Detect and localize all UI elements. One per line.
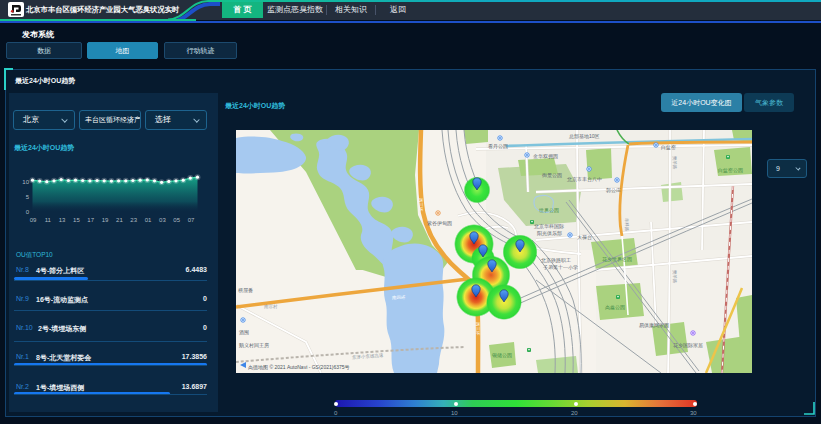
svg-text:阳光俱乐部: 阳光俱乐部 — [537, 230, 562, 237]
svg-text:北京铁路职工: 北京铁路职工 — [541, 257, 571, 264]
svg-text:17: 17 — [87, 217, 94, 223]
svg-text:11: 11 — [45, 217, 52, 223]
svg-text:北京华科国际: 北京华科国际 — [534, 223, 564, 230]
svg-text:樊羊路: 樊羊路 — [672, 270, 677, 284]
svg-text:03: 03 — [159, 217, 166, 223]
svg-text:鹅义村回王房: 鹅义村回王房 — [238, 342, 269, 349]
svg-text:易俱康网家园: 易俱康网家园 — [639, 322, 669, 329]
svg-text:横屋番: 横屋番 — [238, 287, 253, 293]
svg-text:大葆台: 大葆台 — [577, 234, 592, 240]
svg-text:10: 10 — [22, 179, 29, 185]
svg-text:15: 15 — [73, 217, 80, 223]
svg-text:郭公庄: 郭公庄 — [606, 187, 621, 194]
svg-text:0: 0 — [26, 209, 30, 215]
svg-text:南四环: 南四环 — [392, 294, 406, 300]
svg-text:樊羊路: 樊羊路 — [672, 156, 677, 170]
svg-text:01: 01 — [145, 217, 152, 223]
svg-text:酒囤: 酒囤 — [239, 329, 249, 336]
svg-text:高德地图 © 2021 AutoNavi - GS(2021: 高德地图 © 2021 AutoNavi - GS(2021)6375号 — [248, 364, 350, 371]
svg-text:高鑫公园: 高鑫公园 — [605, 304, 625, 311]
svg-text:21: 21 — [116, 217, 123, 223]
svg-text:金华双拥园: 金华双拥园 — [533, 153, 558, 160]
svg-text:西三环: 西三环 — [475, 322, 481, 336]
svg-text:子弟第十一小学: 子弟第十一小学 — [543, 264, 578, 271]
svg-text:西三环: 西三环 — [418, 198, 424, 212]
svg-text:北京市丰台八中: 北京市丰台八中 — [567, 176, 602, 183]
svg-text:白盆窑: 白盆窑 — [661, 144, 676, 151]
svg-text:银储公园: 银储公园 — [492, 352, 512, 359]
svg-text:花乡国际家居: 花乡国际家居 — [673, 342, 703, 349]
svg-text:07: 07 — [188, 217, 195, 223]
svg-text:09: 09 — [30, 217, 37, 223]
svg-text:世界公园: 世界公园 — [538, 207, 559, 214]
svg-text:5: 5 — [26, 194, 30, 200]
svg-text:13: 13 — [59, 217, 66, 223]
svg-text:紫谷伊甸园: 紫谷伊甸园 — [427, 220, 452, 227]
svg-text:05: 05 — [173, 217, 180, 223]
svg-text:23: 23 — [130, 217, 137, 223]
svg-text:花乡世界名园: 花乡世界名园 — [602, 256, 632, 263]
svg-text:丰科路: 丰科路 — [624, 218, 629, 232]
svg-text:总部基地10区: 总部基地10区 — [569, 133, 600, 140]
svg-text:19: 19 — [102, 217, 109, 223]
svg-text:看丹公园: 看丹公园 — [488, 143, 508, 150]
svg-text:白盆窑公园: 白盆窑公园 — [718, 167, 743, 174]
svg-text:御景公园: 御景公园 — [542, 172, 562, 179]
